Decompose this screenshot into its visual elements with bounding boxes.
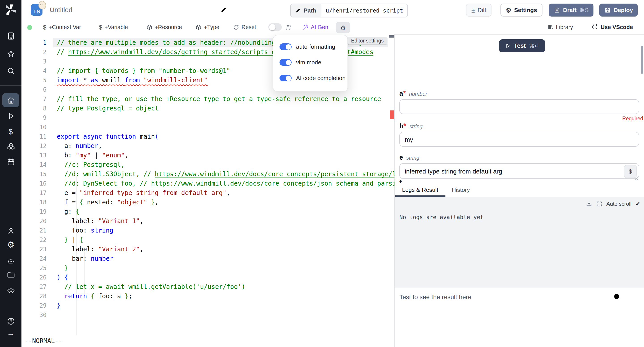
b-input[interactable] — [399, 132, 639, 147]
dollar-icon: $ — [9, 128, 13, 136]
e-input[interactable] — [399, 163, 639, 179]
a-input[interactable] — [399, 99, 639, 114]
sidebar-item-favorites[interactable] — [0, 47, 22, 60]
editor-settings-tooltip: Editor settings — [348, 37, 387, 45]
field-error: Required — [622, 116, 643, 121]
sidebar-item-runs[interactable] — [0, 109, 22, 122]
windmill-logo-icon[interactable] — [4, 4, 17, 16]
line-number: 17 — [22, 188, 46, 198]
editor-settings-button[interactable]: ⚙ — [336, 22, 350, 33]
code-line[interactable]: //d: DynSelect_foo, // https://www.windm… — [57, 179, 395, 188]
info-icon[interactable] — [613, 293, 620, 300]
eye-icon — [6, 286, 15, 295]
settings-button[interactable]: ⚙ Settings — [500, 4, 542, 16]
add-context-var-button[interactable]: $ +Context Var — [43, 20, 81, 34]
code-line[interactable]: f = { nested: "object" }, — [57, 198, 158, 207]
code-line[interactable]: label: "Variant 2", — [57, 244, 144, 254]
code-line[interactable]: } | { — [57, 235, 83, 244]
code-line[interactable]: ) { — [57, 273, 68, 282]
line-number: 27 — [22, 282, 46, 292]
sidebar-item-audit-logs[interactable] — [0, 284, 22, 297]
tab-history[interactable]: History — [452, 183, 470, 196]
path-widget[interactable]: Path u/henri/restored_script — [290, 4, 408, 18]
diff-button[interactable]: ± Diff — [466, 4, 492, 16]
ai-gen-button[interactable]: AI Gen — [302, 20, 328, 34]
field-input-wrap — [399, 99, 639, 114]
sidebar-item-workspace[interactable] — [0, 29, 22, 42]
expand-icon[interactable] — [596, 201, 602, 207]
code-line[interactable]: e = "inferred type string from default a… — [57, 188, 230, 198]
edit-summary-pencil-icon[interactable] — [220, 6, 228, 14]
users-icon — [285, 24, 292, 31]
result-panel: Test to see the result here — [395, 288, 644, 347]
save-icon — [604, 7, 611, 14]
sidebar-item-folders[interactable] — [0, 268, 22, 281]
deploy-button[interactable]: Deploy — [599, 4, 638, 16]
check-icon[interactable]: ✔ — [636, 201, 640, 207]
code-line[interactable]: // let x = await wmill.getVariable('u/us… — [57, 282, 245, 292]
result-placeholder: Test to see the result here — [399, 293, 471, 300]
auto-formatting-toggle[interactable] — [280, 44, 292, 50]
add-variable-button[interactable]: $ +Variable — [99, 20, 128, 34]
code-line[interactable]: b: "my" | "enum", — [57, 151, 128, 160]
code-line[interactable]: //d: wmill.S3Object, // https://www.wind… — [57, 170, 395, 179]
reset-label: Reset — [242, 24, 256, 30]
code-line[interactable]: foo: string — [57, 226, 113, 235]
code-line[interactable]: } — [57, 301, 60, 310]
add-type-button[interactable]: +Type — [196, 20, 219, 34]
diff-label: Diff — [478, 7, 486, 14]
code-line[interactable]: label: "Variant 1", — [57, 216, 144, 226]
code-line[interactable]: bar: number — [57, 254, 113, 264]
toggle-label: AI code completion — [296, 75, 346, 82]
code-line[interactable]: export async function main( — [57, 132, 158, 141]
line-number: 24 — [22, 254, 46, 264]
code-line[interactable]: a: number, — [57, 141, 102, 151]
sidebar-item-variables[interactable]: $ — [0, 125, 22, 138]
path-value[interactable]: u/henri/restored_script — [321, 4, 408, 17]
app-window: $ ⚙ → TS Untitled — [0, 0, 644, 347]
sidebar-item-users[interactable] — [0, 224, 22, 238]
sidebar-item-settings[interactable]: ⚙ — [0, 238, 22, 251]
tab-logs-result[interactable]: Logs & Result — [402, 183, 438, 196]
code-line[interactable]: // fill the type, or use the +Resource t… — [57, 94, 381, 104]
required-asterisk: * — [404, 122, 406, 130]
code-line[interactable]: } — [57, 264, 68, 273]
sidebar-item-workers[interactable] — [0, 254, 22, 268]
code-line[interactable]: // type Postgresql = object — [57, 104, 158, 113]
download-icon[interactable] — [586, 201, 592, 207]
auto-scroll-label: Auto scroll — [606, 201, 632, 207]
draft-shortcut: ⌘S — [580, 7, 589, 14]
code-line[interactable]: return { foo: a }; — [57, 292, 132, 301]
use-vscode-button[interactable]: Use VScode — [591, 20, 633, 34]
collab-toggle[interactable] — [268, 23, 282, 31]
sidebar-item-resources[interactable] — [0, 140, 22, 153]
vim-mode-toggle[interactable] — [280, 59, 292, 66]
test-button[interactable]: Test ⌘↵ — [499, 39, 545, 52]
sidebar-item-help[interactable] — [0, 314, 22, 328]
line-number: 3 — [22, 57, 46, 66]
form-scrollbar-thumb[interactable] — [641, 46, 643, 74]
script-title[interactable]: Untitled — [50, 6, 72, 14]
code-line[interactable]: import * as wmill from "windmill-client" — [57, 76, 208, 85]
editor-scrollbar-thumb[interactable] — [389, 35, 394, 38]
code-line[interactable]: // import { toWords } from "number-to-wo… — [57, 66, 230, 76]
collab-users-icon[interactable] — [285, 20, 292, 34]
code-line[interactable]: g: { — [57, 207, 80, 216]
AI-code-completion-toggle[interactable] — [280, 75, 292, 82]
line-number: 30 — [22, 310, 46, 320]
reset-button[interactable]: Reset — [233, 20, 256, 34]
logs-panel: Auto scroll ✔ No logs are available yet — [395, 197, 644, 287]
draft-button[interactable]: Draft ⌘S — [549, 4, 594, 16]
sidebar-item-home[interactable] — [0, 94, 22, 107]
add-resource-button[interactable]: +Resource — [146, 20, 182, 34]
test-panel: Test ⌘↵ a*numberRequiredb*stringestring$… — [395, 35, 644, 347]
editor-setting-row: vim mode — [280, 59, 321, 66]
vim-mode-status: --NORMAL-- — [24, 337, 62, 344]
sidebar-item-schedules[interactable] — [0, 155, 22, 168]
line-number: 1 — [22, 38, 46, 48]
sidebar-item-search[interactable] — [0, 64, 22, 77]
sidebar-expand-button[interactable]: → — [0, 327, 22, 340]
code-line[interactable]: //c: Postgresql, — [57, 160, 124, 170]
library-button[interactable]: Library — [548, 20, 573, 34]
play-icon — [505, 43, 511, 49]
